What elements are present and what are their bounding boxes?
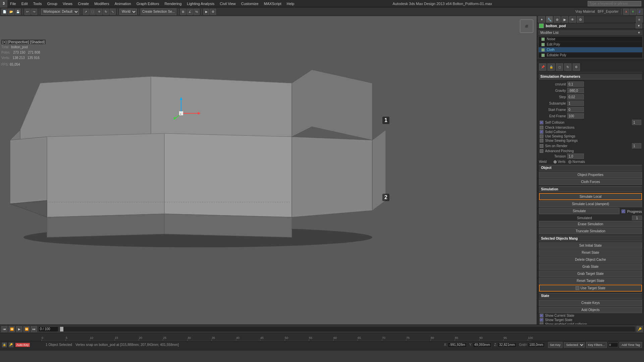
nav-cube[interactable]: ⬛ xyxy=(520,19,533,33)
menu-maxscript[interactable]: MAXScript xyxy=(261,1,284,7)
y-axis-icon[interactable]: Y xyxy=(630,9,636,15)
modifier-item-cloth[interactable]: Cloth xyxy=(539,47,642,53)
create-mode-icon[interactable]: ✦ xyxy=(538,16,545,23)
menu-graph-editors[interactable]: Graph Editors xyxy=(134,1,162,7)
x-axis-icon[interactable]: X xyxy=(623,9,629,15)
set-key-btn[interactable]: Set Key xyxy=(548,342,563,348)
angle-snap-icon[interactable]: ∠ xyxy=(187,9,193,15)
create-keys-btn[interactable]: Create Keys xyxy=(539,300,642,306)
object-properties-btn[interactable]: Object Properties xyxy=(539,172,642,178)
new-file-icon[interactable]: 📄 xyxy=(1,9,7,15)
rotate-icon[interactable]: ↻ xyxy=(103,9,109,15)
add-objects-btn[interactable]: Add Objects xyxy=(539,307,642,313)
modifier-checkbox-editpoly[interactable] xyxy=(541,43,545,46)
self-collision-checkbox[interactable] xyxy=(540,121,543,124)
settings-cloth-icon[interactable]: ⚙ xyxy=(573,63,580,71)
render-setup-icon[interactable]: ⚙ xyxy=(210,9,216,15)
start-frame-input[interactable] xyxy=(567,107,584,112)
erase-simulation-btn[interactable]: Erase Simulation xyxy=(539,221,642,227)
truncate-simulation-btn[interactable]: Truncate Simulation xyxy=(539,228,642,234)
menu-create[interactable]: Create xyxy=(75,1,92,7)
tension-input[interactable] xyxy=(567,154,584,159)
key-mode-dropdown[interactable]: Selected xyxy=(564,342,585,348)
key-filters-btn[interactable]: Key Filters... xyxy=(586,342,607,348)
use-sewing-springs-checkbox[interactable] xyxy=(540,134,543,138)
key-mode-icon[interactable]: 🔑 xyxy=(637,326,643,332)
add-time-tag-btn[interactable]: Add Time Tag xyxy=(620,342,642,348)
pin-icon[interactable]: 📌 xyxy=(539,63,546,71)
menu-group[interactable]: Group xyxy=(44,1,60,7)
menu-file[interactable]: File xyxy=(7,1,19,7)
viewport[interactable]: [+] [Perspective] [Shaded] Total bolton_… xyxy=(0,16,537,324)
show-enabled-solid-checkbox[interactable] xyxy=(540,322,543,324)
redo-icon[interactable]: ↪ xyxy=(31,9,37,15)
prev-frame-icon[interactable]: ⏪ xyxy=(9,326,15,332)
status-key-icon[interactable]: 🔑 xyxy=(9,343,13,347)
self-collision-value[interactable] xyxy=(632,120,641,125)
cm-unit-input[interactable] xyxy=(567,81,584,87)
play-back-icon[interactable]: ⏮ xyxy=(1,326,7,332)
menu-views[interactable]: Views xyxy=(60,1,75,7)
create-selection-btn[interactable]: Create Selection Se... xyxy=(141,8,176,15)
object-color-swatch[interactable] xyxy=(539,23,544,28)
modify-mode-icon[interactable]: 🔧 xyxy=(546,16,553,23)
open-file-icon[interactable]: 📂 xyxy=(8,9,14,15)
gravity-input[interactable] xyxy=(567,88,584,93)
motion-icon[interactable]: ▶ xyxy=(561,16,568,23)
sim-on-render-checkbox[interactable] xyxy=(540,144,543,148)
modifier-list-collapse[interactable]: ▼ xyxy=(637,31,641,35)
timeline-track[interactable] xyxy=(60,326,635,332)
rotate-cloth-icon[interactable]: ↻ xyxy=(564,63,572,71)
end-frame-input[interactable] xyxy=(567,113,584,119)
grab-state-btn[interactable]: Grab State xyxy=(539,263,642,270)
menu-help[interactable]: Help xyxy=(284,1,297,7)
move-icon[interactable]: ✛ xyxy=(96,9,102,15)
modifier-checkbox-noise[interactable] xyxy=(541,38,545,41)
menu-lighting[interactable]: Lighting Analysis xyxy=(184,1,217,7)
simulate-local-damped-btn[interactable]: Simulate Local (damped) xyxy=(539,201,642,207)
menu-modifiers[interactable]: Modifiers xyxy=(92,1,112,7)
menu-animation[interactable]: Animation xyxy=(112,1,134,7)
modifier-item-editpoly[interactable]: Edit Poly xyxy=(539,42,642,47)
advanced-pinching-checkbox[interactable] xyxy=(540,149,543,153)
cloth-ui-icon[interactable]: ◻ xyxy=(556,63,563,71)
modifier-checkbox-editablepoly[interactable] xyxy=(541,54,545,57)
next-frame-icon[interactable]: ⏩ xyxy=(23,326,30,332)
render-icon[interactable]: ▶ xyxy=(203,9,209,15)
check-intersections-checkbox[interactable] xyxy=(540,126,543,129)
step-input[interactable] xyxy=(567,94,584,100)
verts-radio[interactable]: Verts xyxy=(553,160,566,164)
menu-edit[interactable]: Edit xyxy=(19,1,31,7)
grab-target-state-btn[interactable]: Grab Target State xyxy=(539,270,642,277)
show-sewing-springs-checkbox[interactable] xyxy=(540,139,543,142)
auto-key-btn[interactable]: Auto Key xyxy=(15,343,30,347)
status-lock-icon[interactable]: 🔒 xyxy=(2,343,7,347)
timeline-thumb[interactable] xyxy=(60,327,63,331)
show-target-state-checkbox[interactable] xyxy=(540,318,543,322)
show-current-state-checkbox[interactable] xyxy=(540,314,543,317)
lock-icon[interactable]: 🔒 xyxy=(547,63,555,71)
cloth-forces-btn[interactable]: Cloth Forces xyxy=(539,179,642,185)
modifier-item-noise[interactable]: Noise xyxy=(539,37,642,42)
panel-settings-icon[interactable]: ≡ xyxy=(636,16,643,23)
play-end-icon[interactable]: ⏭ xyxy=(31,326,37,332)
percent-snap-icon[interactable]: % xyxy=(194,9,200,15)
simulate-local-btn[interactable]: Simulate Local xyxy=(539,193,642,200)
subsample-input[interactable] xyxy=(567,101,584,106)
modifier-list-dropdown[interactable]: ▼ xyxy=(636,23,642,28)
delete-object-cache-btn[interactable]: Delete Object Cache xyxy=(539,256,642,263)
menu-customize[interactable]: Customize xyxy=(238,1,261,7)
display-icon[interactable]: 👁 xyxy=(569,16,576,23)
undo-icon[interactable]: ↩ xyxy=(24,9,31,15)
utilities-icon[interactable]: ⚙ xyxy=(577,16,584,23)
z-axis-icon[interactable]: Z xyxy=(637,9,643,15)
menu-civil[interactable]: Civil View xyxy=(217,1,238,7)
modifier-item-editablepoly[interactable]: Editable Poly xyxy=(539,53,642,58)
menu-tools[interactable]: Tools xyxy=(31,1,45,7)
reset-state-btn[interactable]: Reset State xyxy=(539,249,642,256)
simulate-btn[interactable]: Simulate xyxy=(539,208,620,214)
workspace-dropdown[interactable]: Workspace: Default xyxy=(41,9,79,15)
play-icon[interactable]: ▶ xyxy=(16,326,22,332)
use-target-state-checkbox[interactable] xyxy=(576,286,579,290)
scale-icon[interactable]: ⤡ xyxy=(110,9,116,15)
